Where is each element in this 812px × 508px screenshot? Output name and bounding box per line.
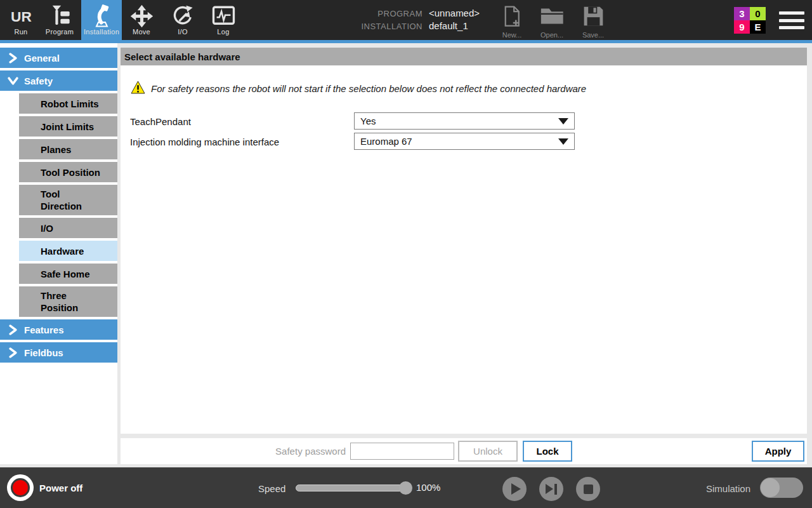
svg-text:UR: UR — [11, 8, 32, 25]
simulation-toggle-knob — [761, 478, 780, 497]
sidebar-item-label: Safe Home — [41, 269, 90, 279]
page-title: Select available hardware — [124, 51, 240, 62]
program-installation-info: PROGRAM <unnamed> INSTALLATION default_1 — [348, 8, 480, 31]
installation-label: INSTALLATION — [348, 22, 422, 31]
tab-label: Log — [217, 28, 229, 36]
safety-password-input[interactable] — [350, 443, 454, 460]
chevron-down-icon — [558, 118, 568, 124]
checksum-cell: E — [750, 20, 766, 34]
tab-run[interactable]: UR Run — [4, 0, 37, 40]
chevron-right-icon — [8, 53, 18, 64]
simulation-label: Simulation — [706, 483, 750, 494]
tab-io[interactable]: I/O — [166, 0, 200, 40]
simulation-toggle[interactable] — [760, 478, 803, 498]
step-icon — [546, 484, 557, 495]
lock-button[interactable]: Lock — [523, 441, 572, 462]
sidebar-item-label: Planes — [41, 144, 71, 155]
chevron-down-icon — [8, 76, 18, 86]
open-button-label: Open... — [540, 31, 563, 39]
sidebar-item-hardware[interactable]: Hardware — [19, 241, 117, 261]
speed-slider-knob[interactable] — [399, 481, 412, 495]
warning-text: For safety reasons the robot will not st… — [151, 83, 586, 94]
sidebar-item-label: Joint Limits — [41, 121, 94, 132]
speed-slider[interactable] — [296, 485, 409, 491]
sidebar-item-label: Fieldbus — [24, 347, 63, 358]
log-monitor-icon — [212, 4, 235, 28]
power-status-indicator[interactable] — [7, 474, 34, 501]
sidebar-item-label: Features — [24, 324, 64, 335]
top-bar: UR Run Program Installation Move I/O Log… — [0, 0, 812, 40]
move-arrows-icon — [130, 4, 154, 28]
checksum-cell: 3 — [734, 7, 750, 20]
tab-move[interactable]: Move — [125, 0, 158, 40]
teach-pendant-label: TeachPendant — [130, 116, 191, 127]
teach-pendant-dropdown[interactable]: Yes — [354, 112, 575, 130]
injection-molding-label: Injection molding machine interface — [130, 137, 279, 147]
chevron-right-icon — [8, 324, 18, 335]
sidebar-item-label: Safety — [24, 76, 53, 86]
apply-button-label: Apply — [765, 446, 792, 457]
robot-arm-icon — [90, 4, 114, 28]
main-content: For safety reasons the robot will not st… — [121, 65, 807, 434]
chevron-down-icon — [558, 138, 568, 145]
header-accent-strip — [0, 40, 812, 43]
program-name: <unnamed> — [429, 8, 480, 18]
tab-label: I/O — [178, 28, 188, 36]
sidebar-item-safety[interactable]: Safety — [0, 70, 117, 91]
hamburger-menu-icon[interactable] — [779, 11, 804, 29]
safety-checksum-grid[interactable]: 3 0 9 E — [734, 7, 766, 34]
lock-button-label: Lock — [536, 446, 558, 457]
ur-logo-icon: UR — [10, 4, 33, 28]
power-off-icon — [11, 478, 30, 497]
tab-label: Run — [14, 28, 27, 36]
safety-password-bar: Safety password Unlock Lock Apply — [121, 438, 807, 464]
warning-icon — [131, 81, 145, 97]
safety-warning: For safety reasons the robot will not st… — [131, 81, 586, 97]
tab-label: Program — [46, 28, 74, 36]
safety-password-label: Safety password — [222, 446, 346, 457]
sidebar-item-label: Tool Direction — [41, 188, 82, 212]
sidebar-item-label: I/O — [41, 223, 53, 234]
dropdown-value: Euromap 67 — [360, 136, 412, 147]
sidebar-item-label: General — [24, 53, 60, 64]
speed-value: 100% — [416, 482, 440, 493]
save-button-label: Save... — [582, 31, 604, 39]
sidebar-item-joint-limits[interactable]: Joint Limits — [19, 116, 117, 137]
sidebar-item-label: Three Position — [41, 290, 78, 314]
page-title-bar: Select available hardware — [121, 48, 807, 65]
open-button[interactable]: Open... — [534, 6, 570, 39]
sidebar-item-tool-position[interactable]: Tool Position — [19, 162, 117, 182]
sidebar-item-planes[interactable]: Planes — [19, 139, 117, 159]
tab-installation[interactable]: Installation — [81, 0, 122, 40]
tab-label: Move — [133, 28, 150, 36]
tab-log[interactable]: Log — [206, 0, 241, 40]
sidebar-item-tool-direction[interactable]: Tool Direction — [19, 185, 117, 215]
sidebar-item-general[interactable]: General — [0, 48, 117, 68]
speed-label: Speed — [258, 483, 285, 494]
program-tree-icon — [48, 4, 72, 28]
unlock-button[interactable]: Unlock — [458, 441, 518, 462]
sidebar-item-safe-home[interactable]: Safe Home — [19, 264, 117, 284]
sidebar-item-features[interactable]: Features — [0, 319, 117, 340]
installation-name: default_1 — [429, 20, 480, 31]
sidebar-item-three-position[interactable]: Three Position — [19, 286, 117, 317]
stop-icon — [584, 485, 593, 494]
injection-molding-dropdown[interactable]: Euromap 67 — [354, 133, 575, 150]
checksum-cell: 0 — [750, 7, 766, 20]
new-button-label: New... — [502, 31, 522, 39]
sidebar-item-io[interactable]: I/O — [19, 218, 117, 238]
apply-button[interactable]: Apply — [752, 441, 804, 462]
tab-label: Installation — [84, 28, 119, 36]
stop-button[interactable] — [576, 477, 600, 501]
play-icon — [511, 483, 521, 495]
step-button[interactable] — [539, 477, 563, 501]
new-button[interactable]: New... — [494, 6, 530, 39]
save-button[interactable]: Save... — [575, 6, 612, 39]
sidebar-item-robot-limits[interactable]: Robot Limits — [19, 93, 117, 114]
play-button[interactable] — [502, 477, 527, 501]
io-circular-arrows-icon — [171, 4, 195, 28]
sidebar-item-fieldbus[interactable]: Fieldbus — [0, 342, 117, 363]
tab-program[interactable]: Program — [39, 0, 81, 40]
footer-bar: Power off Speed 100% Simulation — [0, 467, 812, 508]
power-status-label[interactable]: Power off — [39, 483, 82, 493]
